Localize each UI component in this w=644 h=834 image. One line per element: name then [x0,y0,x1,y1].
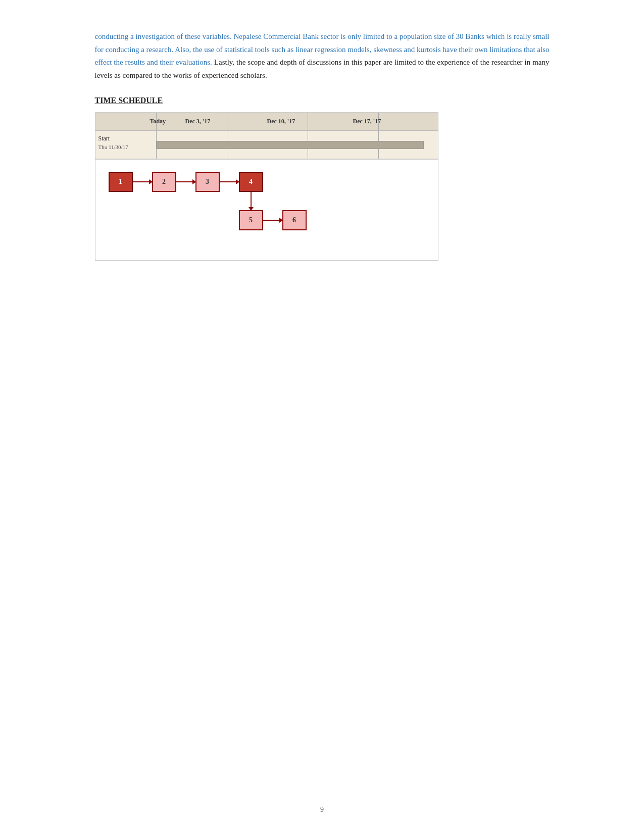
main-paragraph: conducting a investigation of these vari… [95,30,550,82]
flow-box-1: 1 [109,172,133,192]
gantt-chart: Today Dec 3, '17 Dec 10, '17 Dec 17, '17… [95,112,438,160]
flow-bottom-row: 5 6 [109,210,430,230]
page-number: 9 [320,806,324,814]
gantt-header: Today Dec 3, '17 Dec 10, '17 Dec 17, '17 [95,113,438,131]
flow-box-3: 3 [195,172,220,192]
gantt-label-today: Today [150,118,166,125]
gantt-label-dec17: Dec 17, '17 [353,118,381,125]
flow-top-row: 1 2 3 4 [109,172,430,192]
gantt-vline-3 [308,113,308,130]
gantt-vline-2 [227,113,227,130]
gantt-date-label: Thu 11/30/17 [98,144,128,150]
flow-arrow-1-2 [133,181,152,182]
gantt-start-label: Start [98,135,110,142]
flow-box-2: 2 [152,172,176,192]
gantt-body-row: Start Thu 11/30/17 [95,131,438,159]
down-arrow-col [239,192,263,210]
flow-down-section [109,192,430,210]
gantt-label-dec10: Dec 10, '17 [267,118,295,125]
flow-arrow-2-3 [176,181,195,182]
flow-arrow-3-4 [220,181,239,182]
flow-arrow-down-4-5 [251,192,252,210]
flow-box-4: 4 [239,172,263,192]
flow-box-5: 5 [239,210,263,230]
section-heading: TIME SCHEDULE [95,96,550,105]
gantt-label-dec3: Dec 3, '17 [185,118,211,125]
gantt-bar [156,141,424,149]
flow-arrow-5-6 [263,220,282,221]
flow-box-6: 6 [282,210,307,230]
flowchart-container: 1 2 3 4 [95,160,438,261]
